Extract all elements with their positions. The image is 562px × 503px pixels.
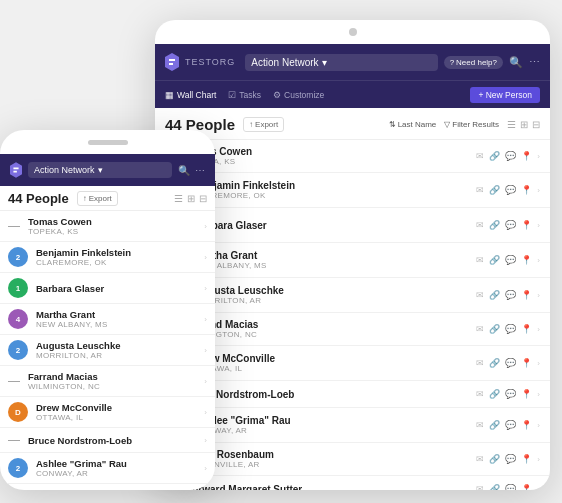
expand-chevron-icon[interactable]: › bbox=[204, 377, 207, 386]
customize-tab[interactable]: ⚙ Customize bbox=[273, 90, 324, 100]
link-icon[interactable]: 🔗 bbox=[489, 454, 500, 464]
link-icon[interactable]: 🔗 bbox=[489, 220, 500, 230]
person-info: Barbara Glaser bbox=[36, 283, 196, 294]
list-item[interactable]: —Jason RosenbaumBENTONVILLE, AR› bbox=[0, 484, 215, 490]
expand-chevron-icon[interactable]: › bbox=[537, 325, 540, 334]
expand-chevron-icon[interactable]: › bbox=[204, 315, 207, 324]
list-item[interactable]: —Durward Margaret Sutter✉🔗💬📍› bbox=[155, 476, 550, 490]
email-icon[interactable]: ✉ bbox=[476, 420, 484, 430]
expand-chevron-icon[interactable]: › bbox=[537, 485, 540, 491]
chat-icon[interactable]: 💬 bbox=[505, 420, 516, 430]
location-icon[interactable]: 📍 bbox=[521, 454, 532, 464]
phone-more-icon[interactable]: ⋯ bbox=[195, 165, 205, 176]
location-icon[interactable]: 📍 bbox=[521, 290, 532, 300]
map-view-icon[interactable]: ⊟ bbox=[532, 119, 540, 130]
filter-button[interactable]: ▽ Filter Results bbox=[444, 120, 499, 129]
network-selector[interactable]: Action Network bbox=[245, 54, 437, 71]
location-icon[interactable]: 📍 bbox=[521, 185, 532, 195]
expand-chevron-icon[interactable]: › bbox=[204, 253, 207, 262]
expand-chevron-icon[interactable]: › bbox=[537, 256, 540, 265]
link-icon[interactable]: 🔗 bbox=[489, 290, 500, 300]
expand-chevron-icon[interactable]: › bbox=[537, 455, 540, 464]
email-icon[interactable]: ✉ bbox=[476, 255, 484, 265]
email-icon[interactable]: ✉ bbox=[476, 290, 484, 300]
chat-icon[interactable]: 💬 bbox=[505, 484, 516, 490]
expand-chevron-icon[interactable]: › bbox=[204, 346, 207, 355]
link-icon[interactable]: 🔗 bbox=[489, 484, 500, 490]
person-info: Tomas CowenTOPEKA, KS bbox=[185, 146, 468, 166]
phone-export-button[interactable]: ↑ Export bbox=[77, 191, 118, 206]
phone-map-view-icon[interactable]: ⊟ bbox=[199, 193, 207, 204]
email-icon[interactable]: ✉ bbox=[476, 358, 484, 368]
grid-view-icon[interactable]: ⊞ bbox=[520, 119, 528, 130]
phone-list-view-icon[interactable]: ☰ bbox=[174, 193, 183, 204]
list-item[interactable]: 2Benjamin FinkelsteinCLAREMORE, OK› bbox=[0, 242, 215, 273]
link-icon[interactable]: 🔗 bbox=[489, 185, 500, 195]
email-icon[interactable]: ✉ bbox=[476, 484, 484, 490]
chat-icon[interactable]: 💬 bbox=[505, 151, 516, 161]
expand-chevron-icon[interactable]: › bbox=[537, 221, 540, 230]
location-icon[interactable]: 📍 bbox=[521, 324, 532, 334]
list-item[interactable]: —Farrand MaciasWILMINGTON, NC› bbox=[0, 366, 215, 397]
email-icon[interactable]: ✉ bbox=[476, 185, 484, 195]
chat-icon[interactable]: 💬 bbox=[505, 255, 516, 265]
email-icon[interactable]: ✉ bbox=[476, 324, 484, 334]
person-info: Tomas CowenTOPEKA, KS bbox=[28, 216, 196, 236]
new-person-button[interactable]: + New Person bbox=[470, 87, 540, 103]
expand-chevron-icon[interactable]: › bbox=[537, 152, 540, 161]
location-icon[interactable]: 📍 bbox=[521, 484, 532, 490]
expand-chevron-icon[interactable]: › bbox=[537, 421, 540, 430]
chat-icon[interactable]: 💬 bbox=[505, 185, 516, 195]
list-item[interactable]: DDrew McConvilleOTTAWA, IL› bbox=[0, 397, 215, 428]
list-view-icon[interactable]: ☰ bbox=[507, 119, 516, 130]
list-item[interactable]: 4Martha GrantNEW ALBANY, MS› bbox=[0, 304, 215, 335]
list-item[interactable]: 2Ashlee "Grima" RauCONWAY, AR› bbox=[0, 453, 215, 484]
expand-chevron-icon[interactable]: › bbox=[537, 390, 540, 399]
expand-chevron-icon[interactable]: › bbox=[537, 359, 540, 368]
expand-chevron-icon[interactable]: › bbox=[204, 284, 207, 293]
location-icon[interactable]: 📍 bbox=[521, 255, 532, 265]
expand-chevron-icon[interactable]: › bbox=[204, 408, 207, 417]
chat-icon[interactable]: 💬 bbox=[505, 220, 516, 230]
list-item[interactable]: 2Augusta LeuschkeMORRILTON, AR› bbox=[0, 335, 215, 366]
expand-chevron-icon[interactable]: › bbox=[537, 291, 540, 300]
list-item[interactable]: 1Barbara Glaser› bbox=[0, 273, 215, 304]
location-icon[interactable]: 📍 bbox=[521, 389, 532, 399]
expand-chevron-icon[interactable]: › bbox=[204, 464, 207, 473]
email-icon[interactable]: ✉ bbox=[476, 389, 484, 399]
list-item[interactable]: —Bruce Nordstrom-Loeb› bbox=[0, 428, 215, 453]
location-icon[interactable]: 📍 bbox=[521, 151, 532, 161]
email-icon[interactable]: ✉ bbox=[476, 151, 484, 161]
chat-icon[interactable]: 💬 bbox=[505, 389, 516, 399]
person-location: CLAREMORE, OK bbox=[195, 191, 468, 200]
link-icon[interactable]: 🔗 bbox=[489, 389, 500, 399]
more-icon[interactable]: ⋯ bbox=[529, 56, 540, 69]
link-icon[interactable]: 🔗 bbox=[489, 255, 500, 265]
wall-chart-tab[interactable]: ▦ Wall Chart bbox=[165, 90, 216, 100]
chat-icon[interactable]: 💬 bbox=[505, 454, 516, 464]
email-icon[interactable]: ✉ bbox=[476, 454, 484, 464]
location-icon[interactable]: 📍 bbox=[521, 358, 532, 368]
link-icon[interactable]: 🔗 bbox=[489, 420, 500, 430]
expand-chevron-icon[interactable]: › bbox=[204, 436, 207, 445]
last-name-sort-button[interactable]: ⇅ Last Name bbox=[389, 120, 437, 129]
search-icon[interactable]: 🔍 bbox=[509, 56, 523, 69]
link-icon[interactable]: 🔗 bbox=[489, 324, 500, 334]
location-icon[interactable]: 📍 bbox=[521, 220, 532, 230]
expand-chevron-icon[interactable]: › bbox=[204, 222, 207, 231]
chat-icon[interactable]: 💬 bbox=[505, 290, 516, 300]
email-icon[interactable]: ✉ bbox=[476, 220, 484, 230]
expand-chevron-icon[interactable]: › bbox=[537, 186, 540, 195]
list-item[interactable]: —Tomas CowenTOPEKA, KS› bbox=[0, 211, 215, 242]
link-icon[interactable]: 🔗 bbox=[489, 151, 500, 161]
location-icon[interactable]: 📍 bbox=[521, 420, 532, 430]
chat-icon[interactable]: 💬 bbox=[505, 324, 516, 334]
chat-icon[interactable]: 💬 bbox=[505, 358, 516, 368]
phone-search-icon[interactable]: 🔍 bbox=[178, 165, 190, 176]
link-icon[interactable]: 🔗 bbox=[489, 358, 500, 368]
help-button[interactable]: ? Need help? bbox=[444, 56, 503, 69]
phone-grid-view-icon[interactable]: ⊞ bbox=[187, 193, 195, 204]
phone-network-selector[interactable]: Action Network bbox=[28, 162, 172, 178]
tasks-tab[interactable]: ☑ Tasks bbox=[228, 90, 261, 100]
export-button[interactable]: ↑ Export bbox=[243, 117, 284, 132]
